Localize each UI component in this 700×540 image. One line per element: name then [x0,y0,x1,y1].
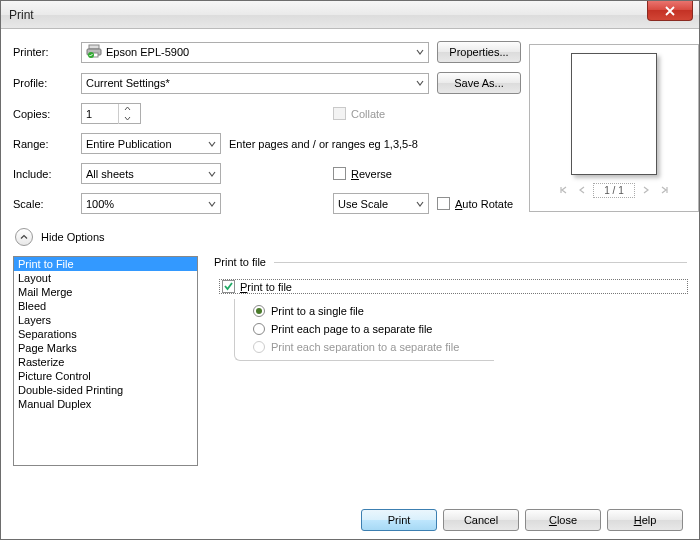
advanced-area: Print to FileLayoutMail MergeBleedLayers… [13,256,687,503]
profile-label: Profile: [13,77,73,89]
file-mode-group: Print to a single file Print each page t… [234,299,494,361]
options-list-item[interactable]: Rasterize [14,355,197,369]
print-dialog: Print Printer: Epson EPL-5900 Properties… [0,0,700,540]
options-list-item[interactable]: Print to File [14,257,197,271]
pager-first-button[interactable] [557,183,571,197]
panel-title: Print to file [214,256,266,268]
pager-prev-button[interactable] [575,183,589,197]
radio-each-page-label: Print each page to a separate file [271,323,432,335]
radio-each-separation: Print each separation to a separate file [253,341,494,353]
scale-label: Scale: [13,198,73,210]
radio-single-file-label: Print to a single file [271,305,364,317]
print-to-file-checkbox[interactable]: Print to file [220,280,687,293]
reverse-checkbox[interactable]: Reverse [333,167,429,180]
pager-next-button[interactable] [639,183,653,197]
svg-rect-0 [89,45,99,49]
range-label: Range: [13,138,73,150]
scale-mode-value: Use Scale [338,198,424,210]
include-dropdown[interactable]: All sheets [81,163,221,184]
profile-dropdown[interactable]: Current Settings* [81,73,429,94]
save-as-button[interactable]: Save As... [437,72,521,94]
copies-input[interactable] [82,108,118,120]
properties-button[interactable]: Properties... [437,41,521,63]
cancel-button[interactable]: Cancel [443,509,519,531]
print-button[interactable]: Print [361,509,437,531]
chevron-down-icon [208,140,216,148]
close-dialog-button[interactable]: Close [525,509,601,531]
chevron-down-icon [416,200,424,208]
hide-options-label: Hide Options [41,231,105,243]
options-list-item[interactable]: Mail Merge [14,285,197,299]
auto-rotate-label: Auto Rotate [455,198,513,210]
profile-value: Current Settings* [86,77,424,89]
print-to-file-panel: Print to file Print to file Print to a s… [214,256,687,503]
chevron-down-icon [416,48,424,56]
options-list-item[interactable]: Page Marks [14,341,197,355]
copies-up-button[interactable] [119,104,135,114]
window-title: Print [9,8,34,22]
top-settings-grid: Printer: Epson EPL-5900 Properties... 1 … [13,41,687,214]
print-to-file-label: Print to file [240,281,292,293]
scale-value: 100% [86,198,216,210]
pager-last-button[interactable] [657,183,671,197]
chevron-down-icon [208,200,216,208]
help-button[interactable]: Help [607,509,683,531]
collate-label: Collate [351,108,385,120]
options-list-item[interactable]: Picture Control [14,369,197,383]
range-dropdown[interactable]: Entire Publication [81,133,221,154]
titlebar: Print [1,1,699,29]
dialog-content: Printer: Epson EPL-5900 Properties... 1 … [1,29,699,539]
options-list-item[interactable]: Separations [14,327,197,341]
radio-each-separation-label: Print each separation to a separate file [271,341,459,353]
copies-stepper[interactable] [81,103,141,124]
range-value: Entire Publication [86,138,216,150]
printer-label: Printer: [13,46,73,58]
print-preview: 1 / 1 [529,44,699,212]
options-list-item[interactable]: Manual Duplex [14,397,197,411]
options-list-item[interactable]: Layers [14,313,197,327]
printer-icon [86,43,102,61]
copies-label: Copies: [13,108,73,120]
chevron-up-icon [15,228,33,246]
options-listbox[interactable]: Print to FileLayoutMail MergeBleedLayers… [13,256,198,466]
range-hint: Enter pages and / or ranges eg 1,3,5-8 [229,138,521,150]
hide-options-toggle[interactable]: Hide Options [15,228,687,246]
divider [274,262,687,263]
preview-page [571,53,657,175]
copies-down-button[interactable] [119,114,135,124]
include-value: All sheets [86,168,216,180]
options-list-item[interactable]: Bleed [14,299,197,313]
pager-indicator: 1 / 1 [593,183,634,198]
scale-mode-dropdown[interactable]: Use Scale [333,193,429,214]
options-list-item[interactable]: Layout [14,271,197,285]
close-icon [665,6,675,16]
scale-dropdown[interactable]: 100% [81,193,221,214]
printer-value: Epson EPL-5900 [106,46,189,58]
chevron-down-icon [208,170,216,178]
printer-dropdown[interactable]: Epson EPL-5900 [81,42,429,63]
options-list-item[interactable]: Double-sided Printing [14,383,197,397]
include-label: Include: [13,168,73,180]
dialog-footer: Print Cancel Close Help [13,503,687,531]
close-button[interactable] [647,1,693,21]
reverse-label: Reverse [351,168,392,180]
radio-single-file[interactable]: Print to a single file [253,305,494,317]
chevron-down-icon [416,79,424,87]
preview-pager: 1 / 1 [557,183,670,198]
collate-checkbox: Collate [333,107,429,120]
radio-each-page[interactable]: Print each page to a separate file [253,323,494,335]
auto-rotate-checkbox[interactable]: Auto Rotate [437,197,521,210]
